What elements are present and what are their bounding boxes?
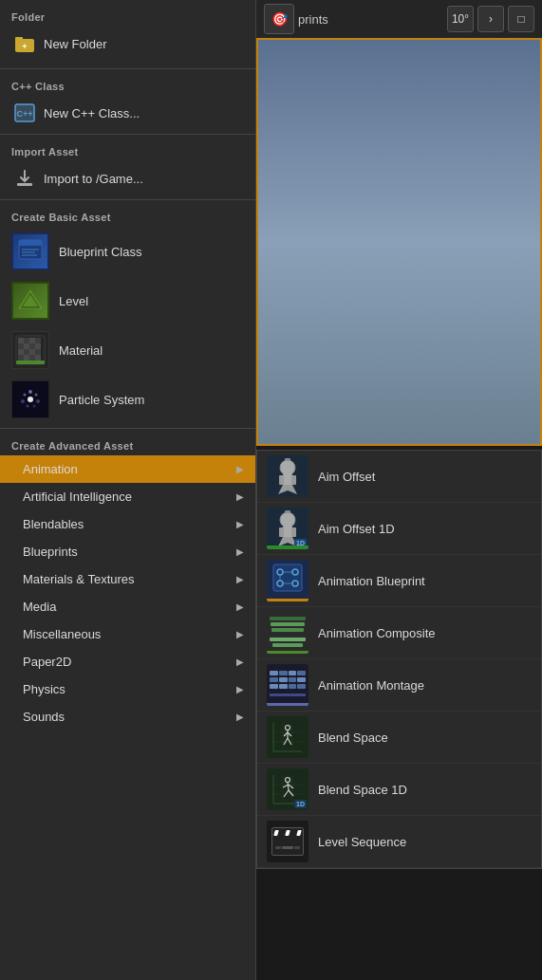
blueprints-label: Blueprints [23, 545, 78, 559]
blendables-item[interactable]: Blendables ▶ [0, 510, 255, 538]
svg-point-36 [28, 390, 32, 394]
svg-rect-31 [29, 355, 35, 361]
svg-rect-18 [24, 338, 29, 343]
import-label: Import to /Game... [44, 172, 143, 186]
divider-3 [0, 199, 255, 200]
svg-text:C++: C++ [16, 109, 32, 119]
aim-offset-label: Aim Offset [318, 470, 375, 484]
basic-asset-header: Create Basic Asset [0, 204, 255, 227]
blendables-label: Blendables [23, 517, 84, 531]
animation-submenu: Aim Offset 1D Aim Offset 1D [256, 450, 542, 869]
degree-button[interactable]: 10° [447, 6, 474, 32]
physics-label: Physics [23, 682, 65, 696]
blend-space-1d-thumbnail: 1D [267, 768, 308, 810]
new-folder-item[interactable]: + New Folder [0, 27, 255, 61]
level-sequence-item[interactable]: Level Sequence [257, 816, 541, 868]
level-label: Level [59, 294, 244, 308]
aim-offset-thumbnail [267, 455, 308, 497]
1d-accent [267, 545, 308, 549]
svg-rect-1 [15, 37, 23, 41]
anim-composite-item[interactable]: Animation Composite [257, 607, 541, 659]
level-item[interactable]: Level [0, 276, 255, 325]
cpp-section: C++ Class C++ New C++ Class... [0, 73, 255, 130]
svg-rect-27 [29, 349, 35, 355]
physics-arrow: ▶ [236, 684, 244, 694]
paper2d-item[interactable]: Paper2D ▶ [0, 648, 255, 675]
breadcrumb: prints [298, 12, 328, 27]
ai-item[interactable]: Artificial Intelligence ▶ [0, 483, 255, 510]
left-menu: Folder + New Folder C++ Class C++ [0, 0, 256, 980]
svg-rect-26 [24, 349, 29, 355]
anim-montage-label: Animation Montage [318, 678, 424, 693]
import-item[interactable]: Import to /Game... [0, 161, 255, 195]
svg-rect-51 [283, 526, 292, 539]
anim-blueprint-item[interactable]: Animation Blueprint [257, 555, 541, 607]
particle-system-label: Particle System [59, 393, 244, 407]
viewport-icon[interactable]: 🎯 [264, 4, 294, 34]
particle-icon [11, 380, 49, 418]
sounds-item[interactable]: Sounds ▶ [0, 703, 255, 730]
svg-point-35 [28, 397, 33, 402]
blend-space-1d-item[interactable]: 1D Blend Space 1D [257, 764, 541, 816]
media-label: Media [23, 600, 56, 614]
blueprint-class-item[interactable]: Blueprint Class [0, 227, 255, 276]
import-header: Import Asset [0, 139, 255, 161]
svg-rect-23 [29, 343, 35, 349]
svg-rect-20 [35, 338, 41, 343]
blend-space-item[interactable]: Blend Space [257, 712, 541, 764]
animation-arrow: ▶ [236, 464, 244, 474]
svg-marker-46 [278, 485, 297, 494]
blendables-arrow: ▶ [236, 519, 244, 529]
svg-point-44 [280, 460, 295, 475]
svg-rect-22 [24, 343, 29, 349]
import-icon [13, 167, 36, 190]
materials-textures-item[interactable]: Materials & Textures ▶ [0, 565, 255, 593]
arrow-button[interactable]: › [477, 6, 504, 32]
material-icon [11, 331, 49, 369]
new-cpp-item[interactable]: C++ New C++ Class... [0, 96, 255, 130]
paper2d-arrow: ▶ [236, 656, 244, 667]
cpp-header: C++ Class [0, 73, 255, 96]
svg-point-37 [35, 394, 38, 397]
physics-item[interactable]: Physics ▶ [0, 675, 255, 703]
viewport-area: 🎯 prints 10° › □ [256, 0, 542, 446]
folder-header: Folder [0, 4, 255, 27]
aim-offset-1d-thumbnail: 1D [267, 508, 308, 549]
new-cpp-label: New C++ Class... [44, 106, 140, 120]
viewport-content [256, 38, 542, 446]
divider-4 [0, 428, 255, 429]
svg-rect-28 [35, 349, 41, 355]
svg-text:+: + [22, 42, 27, 51]
blend-space-label: Blend Space [318, 730, 388, 745]
square-button[interactable]: □ [508, 6, 534, 32]
import-section: Import Asset Import to /Game... [0, 139, 255, 195]
svg-rect-47 [279, 475, 284, 485]
misc-item[interactable]: Miscellaneous ▶ [0, 620, 255, 648]
viewport-top-bar: 🎯 prints 10° › □ [256, 0, 542, 38]
blend-1d-badge: 1D [294, 800, 307, 808]
blend-space-thumbnail [267, 716, 308, 758]
advanced-asset-section: Create Advanced Asset Animation ▶ Artifi… [0, 433, 255, 730]
svg-rect-9 [19, 243, 42, 246]
blueprints-arrow: ▶ [236, 546, 244, 557]
svg-rect-54 [291, 527, 296, 537]
blueprints-item[interactable]: Blueprints ▶ [0, 538, 255, 565]
anim-blueprint-label: Animation Blueprint [318, 574, 425, 588]
media-item[interactable]: Media ▶ [0, 593, 255, 620]
svg-rect-29 [18, 355, 24, 361]
cpp-icon: C++ [13, 102, 36, 124]
aim-offset-1d-item[interactable]: 1D Aim Offset 1D [257, 503, 541, 555]
svg-point-38 [36, 399, 40, 403]
material-item[interactable]: Material [0, 325, 255, 375]
svg-point-50 [280, 512, 295, 527]
aim-offset-item[interactable]: Aim Offset [257, 451, 541, 503]
anim-composite-label: Animation Composite [318, 626, 436, 640]
svg-rect-34 [16, 361, 45, 364]
new-folder-label: New Folder [44, 37, 106, 51]
particle-system-item[interactable]: Particle System [0, 375, 255, 424]
svg-point-40 [21, 399, 25, 403]
svg-rect-21 [18, 343, 24, 349]
svg-rect-6 [17, 183, 32, 186]
animation-item[interactable]: Animation ▶ [0, 455, 255, 483]
anim-montage-item[interactable]: Animation Montage [257, 659, 541, 712]
